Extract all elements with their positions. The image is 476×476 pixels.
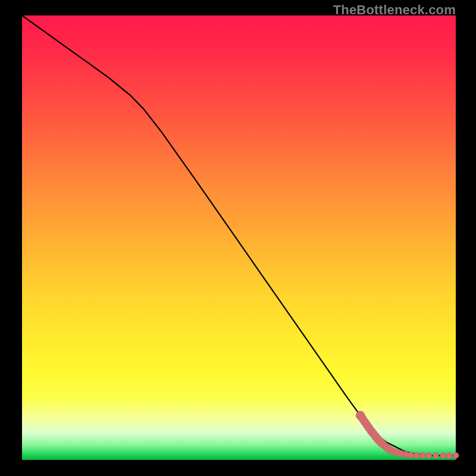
curve-marker (426, 453, 432, 459)
bottleneck-curve (22, 15, 456, 456)
chart-overlay (22, 15, 456, 460)
watermark-label: TheBottleneck.com (333, 2, 456, 18)
curve-marker (433, 453, 439, 459)
curve-marker (414, 452, 419, 458)
curve-marker (440, 453, 446, 459)
curve-marker (453, 453, 459, 459)
curve-marker (420, 453, 426, 459)
curve-marker (446, 453, 452, 459)
curve-marker (408, 452, 414, 458)
